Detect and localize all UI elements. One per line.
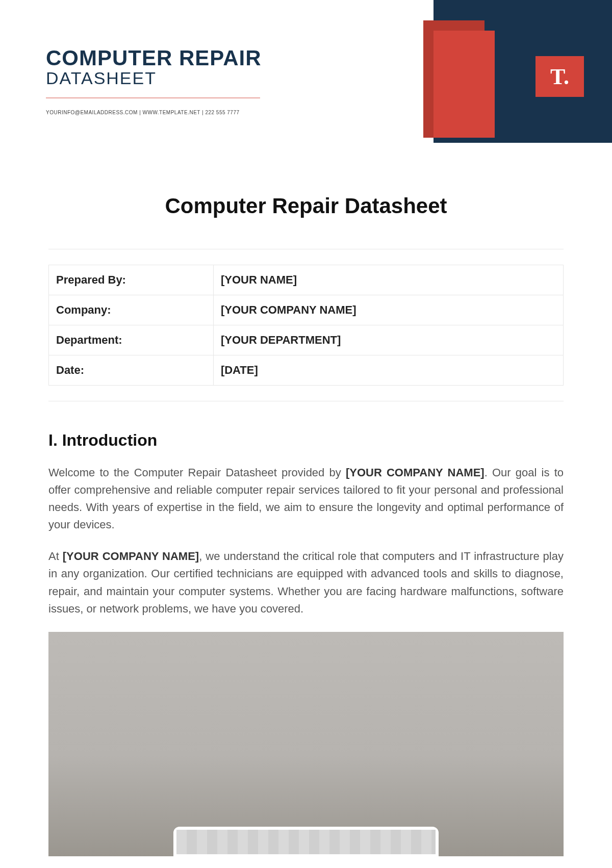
info-label: Department: — [49, 325, 214, 355]
info-table: Prepared By: [YOUR NAME] Company: [YOUR … — [48, 265, 564, 386]
divider — [48, 249, 564, 249]
info-value: [DATE] — [213, 355, 563, 386]
header-red-panel-front — [434, 31, 495, 138]
info-label: Prepared By: — [49, 265, 214, 295]
company-name-placeholder: [YOUR COMPANY NAME] — [346, 466, 484, 479]
header-title-block: COMPUTER REPAIR DATASHEET YOURINFO@EMAIL… — [46, 46, 262, 115]
table-row: Date: [DATE] — [49, 355, 564, 386]
info-value: [YOUR COMPANY NAME] — [213, 295, 563, 325]
info-value: [YOUR NAME] — [213, 265, 563, 295]
hero-image — [48, 632, 564, 856]
intro-paragraph-2: At [YOUR COMPANY NAME], we understand th… — [48, 548, 564, 617]
table-row: Department: [YOUR DEPARTMENT] — [49, 325, 564, 355]
info-label: Company: — [49, 295, 214, 325]
laptop-illustration — [173, 827, 439, 856]
header-title-line2: DATASHEET — [46, 68, 262, 88]
company-name-placeholder: [YOUR COMPANY NAME] — [63, 550, 199, 563]
laptop-screen-content — [176, 830, 436, 854]
section-heading-introduction: I. Introduction — [48, 431, 564, 450]
header-title-line1: COMPUTER REPAIR — [46, 46, 262, 70]
document-body: Computer Repair Datasheet Prepared By: [… — [0, 143, 612, 856]
header-divider — [46, 97, 260, 98]
info-label: Date: — [49, 355, 214, 386]
table-row: Company: [YOUR COMPANY NAME] — [49, 295, 564, 325]
info-value: [YOUR DEPARTMENT] — [213, 325, 563, 355]
intro-paragraph-1: Welcome to the Computer Repair Datasheet… — [48, 464, 564, 533]
brand-logo-text: T. — [550, 64, 569, 90]
brand-logo: T. — [536, 56, 584, 97]
page-title: Computer Repair Datasheet — [48, 194, 564, 218]
laptop-screen — [173, 827, 439, 856]
text: At — [48, 550, 63, 563]
divider — [48, 401, 564, 401]
header-banner: T. COMPUTER REPAIR DATASHEET YOURINFO@EM… — [0, 0, 612, 143]
table-row: Prepared By: [YOUR NAME] — [49, 265, 564, 295]
header-contact-line: YOURINFO@EMAILADDRESS.COM | WWW.TEMPLATE… — [46, 110, 262, 115]
text: Welcome to the Computer Repair Datasheet… — [48, 466, 346, 479]
